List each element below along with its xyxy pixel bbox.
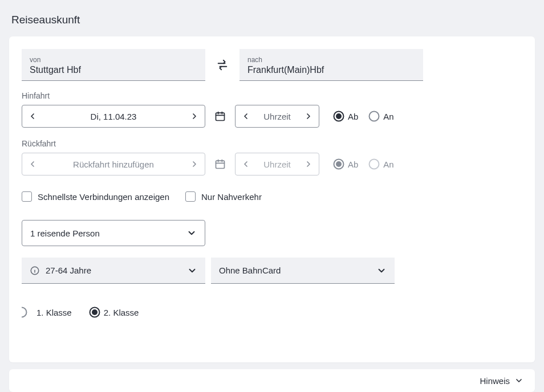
chevron-right-icon <box>304 112 313 121</box>
outbound-radio-an-label: An <box>383 112 393 121</box>
return-row: Rückfahrt hinzufügen Uhrzeit <box>22 153 522 175</box>
radio-checked-icon <box>333 158 344 170</box>
calendar-icon <box>214 111 226 122</box>
hint-label: Hinweis <box>480 376 510 386</box>
return-time-value: Uhrzeit <box>256 160 298 169</box>
svg-point-12 <box>336 161 342 167</box>
svg-point-5 <box>336 113 342 119</box>
outbound-date-next-button[interactable] <box>184 105 205 127</box>
from-station-field[interactable]: von Stuttgart Hbf <box>22 49 205 81</box>
class-second-label: 2. Klasse <box>104 308 139 317</box>
chevron-right-icon <box>190 112 199 121</box>
outbound-row: Di, 11.04.23 Uhrzeit <box>22 105 522 128</box>
class-second-radio[interactable]: 2. Klasse <box>89 307 139 318</box>
return-radio-an[interactable]: An <box>368 158 393 170</box>
age-bahncard-row: 27-64 Jahre Ohne BahnCard <box>22 258 522 284</box>
to-value: Frankfurt(Main)Hbf <box>247 65 415 75</box>
calendar-icon <box>214 158 226 170</box>
chevron-left-icon <box>241 112 250 121</box>
outbound-time-next-button[interactable] <box>298 105 319 127</box>
travelers-label: 1 reisende Person <box>30 228 100 238</box>
chevron-left-icon <box>28 112 37 121</box>
svg-point-17 <box>22 308 27 317</box>
svg-point-6 <box>370 112 379 121</box>
info-icon <box>30 266 40 276</box>
chevron-down-icon <box>514 376 523 385</box>
from-label: von <box>30 56 197 64</box>
age-select[interactable]: 27-64 Jahre <box>22 258 205 284</box>
return-depart-arrive-group: Ab An <box>333 158 394 170</box>
checkbox-unchecked-icon <box>185 191 196 202</box>
fastest-connections-label: Schnellste Verbindungen anzeigen <box>38 192 169 202</box>
return-radio-ab[interactable]: Ab <box>333 158 358 170</box>
age-label: 27-64 Jahre <box>46 266 91 275</box>
local-only-label: Nur Nahverkehr <box>201 192 262 202</box>
radio-unchecked-icon <box>368 158 380 170</box>
search-card: von Stuttgart Hbf nach Frankfurt(Main)Hb… <box>9 36 535 362</box>
return-date-next-button[interactable] <box>184 153 205 175</box>
outbound-calendar-button[interactable] <box>213 109 227 123</box>
outbound-date-picker[interactable]: Di, 11.04.23 <box>22 105 205 128</box>
chevron-right-icon <box>190 160 199 169</box>
return-time-picker[interactable]: Uhrzeit <box>235 153 319 175</box>
radio-unchecked-icon <box>22 307 33 318</box>
svg-point-13 <box>370 160 379 169</box>
hint-footer[interactable]: Hinweis <box>9 369 535 392</box>
chevron-right-icon <box>304 160 313 169</box>
checkbox-unchecked-icon <box>22 191 32 202</box>
class-first-label: 1. Klasse <box>36 308 72 317</box>
return-calendar-button[interactable] <box>213 157 227 171</box>
radio-checked-icon <box>89 307 100 318</box>
chevron-down-icon <box>187 266 197 276</box>
page-title: Reiseauskunft <box>0 0 544 36</box>
svg-point-19 <box>92 309 98 315</box>
to-station-field[interactable]: nach Frankfurt(Main)Hbf <box>239 49 423 81</box>
class-first-radio[interactable]: 1. Klasse <box>22 307 72 318</box>
bahncard-select[interactable]: Ohne BahnCard <box>211 258 395 284</box>
fastest-connections-checkbox[interactable]: Schnellste Verbindungen anzeigen <box>22 191 169 202</box>
outbound-radio-an[interactable]: An <box>368 111 393 122</box>
return-date-picker[interactable]: Rückfahrt hinzufügen <box>22 153 205 175</box>
outbound-radio-ab-label: Ab <box>348 112 358 121</box>
to-label: nach <box>247 56 415 64</box>
class-row: 1. Klasse 2. Klasse <box>22 307 522 318</box>
chevron-left-icon <box>28 160 37 169</box>
svg-rect-7 <box>216 161 225 168</box>
svg-rect-0 <box>216 113 225 120</box>
outbound-time-prev-button[interactable] <box>236 105 256 127</box>
return-radio-an-label: An <box>383 160 393 169</box>
bahncard-label: Ohne BahnCard <box>219 266 281 275</box>
outbound-date-value: Di, 11.04.23 <box>43 112 184 121</box>
radio-checked-icon <box>333 111 344 122</box>
return-time-prev-button[interactable] <box>236 153 256 175</box>
return-date-prev-button[interactable] <box>22 153 43 175</box>
radio-unchecked-icon <box>368 111 380 122</box>
local-only-checkbox[interactable]: Nur Nahverkehr <box>185 191 262 202</box>
chevron-left-icon <box>241 160 250 169</box>
outbound-date-prev-button[interactable] <box>22 105 43 127</box>
return-time-next-button[interactable] <box>298 153 319 175</box>
options-row: Schnellste Verbindungen anzeigen Nur Nah… <box>22 191 522 202</box>
chevron-down-icon <box>376 266 387 276</box>
return-date-placeholder: Rückfahrt hinzufügen <box>43 160 184 169</box>
return-radio-ab-label: Ab <box>348 160 358 169</box>
swap-icon <box>216 59 229 71</box>
station-row: von Stuttgart Hbf nach Frankfurt(Main)Hb… <box>22 49 522 81</box>
from-value: Stuttgart Hbf <box>30 65 197 75</box>
outbound-radio-ab[interactable]: Ab <box>333 111 358 122</box>
outbound-time-value: Uhrzeit <box>256 112 298 121</box>
outbound-label: Hinfahrt <box>22 91 522 100</box>
chevron-down-icon <box>186 228 197 238</box>
outbound-depart-arrive-group: Ab An <box>333 111 394 122</box>
return-label: Rückfahrt <box>22 139 522 148</box>
outbound-time-picker[interactable]: Uhrzeit <box>235 105 319 128</box>
travelers-select[interactable]: 1 reisende Person <box>22 220 205 246</box>
swap-stations-button[interactable] <box>214 57 230 73</box>
